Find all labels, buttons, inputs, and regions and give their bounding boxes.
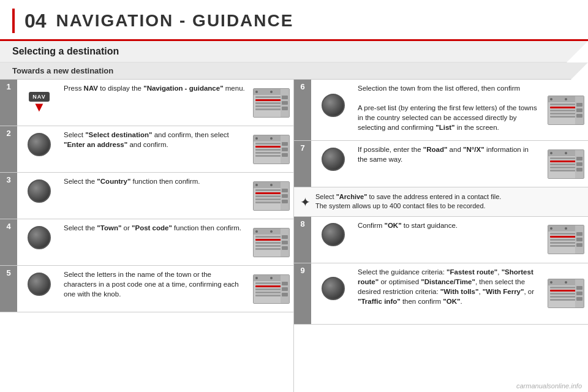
step-text: Selection the town from the list offered… — [355, 80, 544, 140]
step-visual: ↙ — [17, 266, 61, 312]
knob-visual: ↙ — [28, 179, 51, 213]
knob — [28, 179, 51, 203]
step-row: 5 ↙ Select the letters in the name of th… — [0, 266, 293, 312]
screen-mockup — [253, 88, 290, 118]
knob — [28, 226, 51, 249]
screen-mockup — [253, 135, 290, 164]
knob — [322, 223, 345, 246]
step-text: Select the "Town" or "Post code" functio… — [61, 219, 249, 265]
knob-visual: ↙ — [322, 148, 345, 181]
step-visual: ↙ — [311, 263, 355, 324]
header-bar — [12, 9, 15, 33]
knob-visual: ↙ — [28, 273, 51, 306]
step-number: 4 — [0, 219, 17, 265]
knob — [322, 277, 345, 300]
knob — [322, 94, 345, 117]
page-header: 04 NAVIGATION - GUIDANCE — [0, 0, 588, 41]
subsection-title: Towards a new destination — [0, 62, 588, 80]
step-screen — [249, 126, 293, 172]
right-column: 6 ↙ Selection the town from the list off… — [294, 80, 588, 392]
step-row: 1 NAV ▼ Press NAV to display the "Naviga… — [0, 80, 293, 126]
screen-mockup — [253, 274, 290, 304]
archive-icon: ✦ — [300, 194, 311, 211]
step-text: Select the letters in the name of the to… — [61, 266, 249, 312]
knob-visual: ↙ — [322, 277, 345, 310]
step-number: 6 — [294, 80, 311, 140]
knob — [28, 273, 51, 296]
step-number: 2 — [0, 126, 17, 172]
step-text: Select the guidance criteria: "Fastest r… — [355, 263, 544, 324]
step-row: 6 ↙ Selection the town from the list off… — [294, 80, 588, 141]
step-screen — [544, 141, 588, 187]
step-number: 3 — [0, 173, 17, 219]
step-visual: ↙ — [17, 173, 61, 219]
step-number: 5 — [0, 266, 17, 312]
step-screen — [249, 80, 293, 126]
screen-mockup — [548, 149, 584, 179]
step-screen — [544, 263, 588, 324]
step-screen — [249, 219, 293, 265]
step-number: 9 — [294, 263, 311, 324]
archive-text: Select "Archive" to save the address ent… — [315, 192, 501, 211]
knob — [322, 148, 345, 171]
step-text: If possible, enter the "Road" and "N°/X"… — [355, 141, 544, 187]
step-visual: ↙ — [311, 80, 355, 140]
chapter-number: 04 — [24, 10, 47, 32]
step-screen — [249, 173, 293, 219]
step-number: 1 — [0, 80, 17, 126]
knob — [28, 133, 51, 156]
step-visual: ↙ — [17, 126, 61, 172]
screen-mockup — [253, 228, 290, 257]
step-row: 2 ↙ Select "Select destination" and conf… — [0, 126, 293, 173]
step-number: 7 — [294, 141, 311, 187]
knob-visual: ↙ — [28, 226, 51, 259]
step-row: 8 ↙ Confirm "OK" to start guidance. — [294, 217, 588, 263]
step-row: 7 ↙ If possible, enter the "Road" and "N… — [294, 141, 588, 187]
step-visual: ↙ — [311, 141, 355, 187]
step-screen — [249, 266, 293, 312]
chapter-title: NAVIGATION - GUIDANCE — [56, 11, 294, 31]
step-text: Press NAV to display the "Navigation - g… — [61, 80, 249, 126]
step-number: 8 — [294, 217, 311, 263]
knob-arrow-icon: ↙ — [290, 390, 299, 392]
screen-mockup — [548, 279, 584, 308]
step-visual: ↙ — [311, 217, 355, 263]
step-screen — [544, 80, 588, 140]
nav-button-visual: NAV ▼ — [29, 92, 49, 114]
step-row: 3 ↙ Select the "Country" function then c… — [0, 173, 293, 219]
step-row: 4 ↙ Select the "Town" or "Post code" fun… — [0, 219, 293, 266]
step-screen — [544, 217, 588, 263]
screen-mockup — [548, 225, 584, 254]
watermark: carmanualsonline.info — [516, 382, 582, 390]
step-text: Select the "Country" function then confi… — [61, 173, 249, 219]
content-area: 1 NAV ▼ Press NAV to display the "Naviga… — [0, 80, 588, 392]
archive-row: ✦ Select "Archive" to save the address e… — [294, 187, 588, 217]
knob-visual: ↙ — [322, 94, 345, 127]
left-column: 1 NAV ▼ Press NAV to display the "Naviga… — [0, 80, 294, 392]
step-text: Confirm "OK" to start guidance. — [355, 217, 544, 263]
knob-visual: ↙ — [322, 223, 345, 256]
step-visual: ↙ — [17, 219, 61, 265]
knob-visual: ↙ — [28, 133, 51, 166]
section-title: Selecting a destination — [0, 41, 588, 62]
screen-mockup — [253, 181, 290, 211]
screen-mockup — [548, 96, 584, 125]
step-text: Select "Select destination" and confirm,… — [61, 126, 249, 172]
step-row: 9 ↙ Select the guidance criteria: "Faste… — [294, 263, 588, 325]
step-visual: NAV ▼ — [17, 80, 61, 126]
nav-arrow-icon: ▼ — [32, 100, 46, 114]
